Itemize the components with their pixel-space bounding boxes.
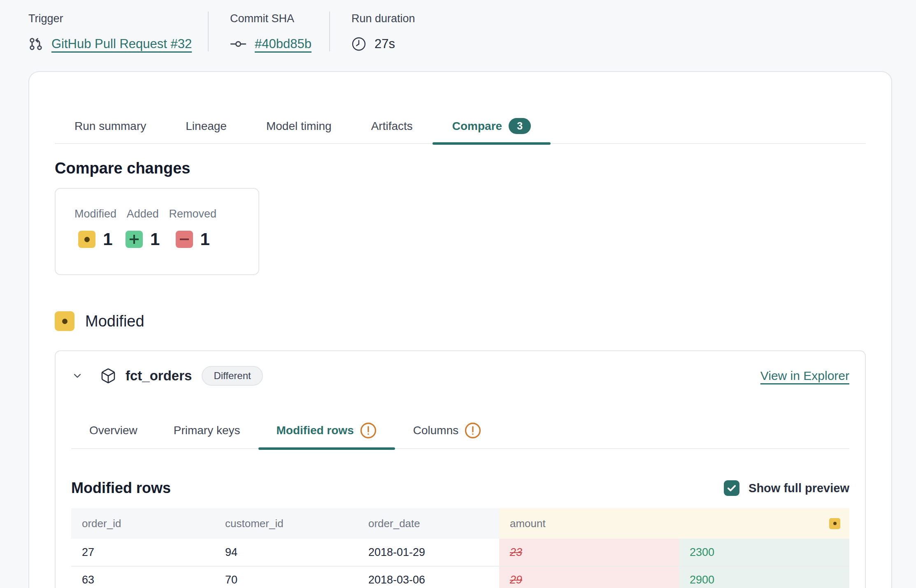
duration-label: Run duration	[351, 12, 415, 25]
tab-columns[interactable]: Columns	[395, 422, 500, 448]
summary-added: Added 1	[126, 208, 160, 274]
dot-icon	[62, 319, 67, 324]
model-card-header: fct_orders Different View in Explorer	[71, 366, 849, 386]
tab-compare[interactable]: Compare 3	[432, 118, 551, 143]
dot-icon	[84, 237, 90, 242]
chevron-down-icon	[72, 370, 83, 382]
commit-stat: Commit SHA #40bd85b	[208, 12, 329, 51]
tab-overview[interactable]: Overview	[71, 422, 156, 448]
dot-icon	[833, 522, 837, 525]
col-header-amount-changed	[679, 508, 849, 539]
new-value-cell: 2300	[679, 539, 849, 566]
tab-primary-keys[interactable]: Primary keys	[156, 422, 258, 448]
summary-removed: Removed 1	[169, 208, 216, 274]
model-name: fct_orders	[126, 368, 192, 384]
modified-rows-header: Modified rows Show full preview	[71, 479, 849, 497]
modified-square-icon	[55, 311, 74, 331]
modified-rows-table: order_id customer_id order_date amount 2…	[71, 508, 849, 588]
collapse-toggle[interactable]	[71, 370, 84, 382]
commit-label: Commit SHA	[230, 12, 329, 25]
page-title: Compare changes	[55, 160, 866, 177]
removed-square-icon	[176, 231, 193, 248]
warning-icon	[360, 422, 377, 439]
col-header-amount: amount	[499, 508, 679, 539]
table-row: 63 70 2018-03-06 29 2900	[71, 566, 849, 588]
cube-icon	[100, 368, 116, 384]
summary-modified: Modified 1	[74, 208, 116, 274]
old-value-cell: 29	[499, 566, 679, 588]
trigger-stat: Trigger GitHub Pull Request #32	[28, 12, 208, 51]
trigger-link[interactable]: GitHub Pull Request #32	[51, 37, 192, 51]
model-tab-bar: Overview Primary keys Modified rows Colu…	[71, 422, 849, 449]
added-square-icon	[126, 231, 143, 248]
col-header-customer-id: customer_id	[214, 508, 358, 539]
modified-count: 1	[103, 229, 112, 249]
view-in-explorer-link[interactable]: View in Explorer	[760, 369, 849, 383]
removed-count: 1	[200, 229, 210, 249]
duration-stat: Run duration 27s	[329, 12, 415, 51]
col-header-order-date: order_date	[358, 508, 499, 539]
change-summary-card: Modified 1 Added 1 Removed 1	[55, 188, 259, 275]
tab-artifacts[interactable]: Artifacts	[351, 118, 432, 143]
pull-request-icon	[28, 37, 43, 51]
commit-link[interactable]: #40bd85b	[255, 37, 312, 51]
run-details-panel: Run summary Lineage Model timing Artifac…	[28, 71, 892, 588]
clock-icon	[351, 37, 366, 51]
modified-rows-title: Modified rows	[71, 479, 724, 497]
git-commit-icon	[230, 38, 246, 50]
col-header-order-id: order_id	[71, 508, 214, 539]
modified-square-icon	[829, 518, 840, 529]
table-row: 27 94 2018-01-29 23 2300	[71, 539, 849, 566]
old-value-cell: 23	[499, 539, 679, 566]
warning-icon	[464, 422, 481, 439]
main-tab-bar: Run summary Lineage Model timing Artifac…	[55, 118, 866, 144]
modified-section-title: Modified	[85, 313, 144, 330]
table-header-row: order_id customer_id order_date amount	[71, 508, 849, 539]
model-card-fct-orders: fct_orders Different View in Explorer Ov…	[55, 350, 866, 588]
plus-icon	[130, 235, 139, 244]
run-stats-header: Trigger GitHub Pull Request #32 Commit S…	[0, 0, 916, 51]
checkbox-checked-icon[interactable]	[724, 480, 739, 496]
show-full-preview-label[interactable]: Show full preview	[749, 482, 849, 495]
tab-lineage[interactable]: Lineage	[166, 118, 246, 143]
tab-model-timing[interactable]: Model timing	[246, 118, 351, 143]
new-value-cell: 2900	[679, 566, 849, 588]
added-count: 1	[150, 229, 160, 249]
trigger-label: Trigger	[28, 12, 208, 25]
status-badge: Different	[202, 366, 263, 386]
minus-icon	[180, 238, 189, 240]
tab-run-summary[interactable]: Run summary	[55, 118, 166, 143]
show-full-preview-toggle[interactable]: Show full preview	[724, 480, 849, 496]
tab-modified-rows[interactable]: Modified rows	[258, 422, 395, 448]
modified-section-header: Modified	[55, 311, 866, 331]
modified-square-icon	[78, 231, 95, 248]
duration-value: 27s	[374, 37, 395, 51]
compare-count-badge: 3	[509, 118, 531, 134]
